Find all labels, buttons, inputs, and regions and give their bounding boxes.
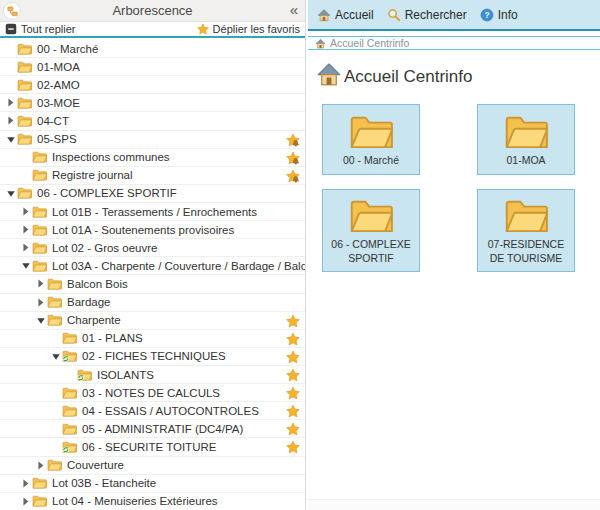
folder-tree: 00 - Marché 01-MOA 02-AMO 03-MOE 04-CT 0… xyxy=(0,40,305,510)
expand-node-icon[interactable] xyxy=(19,207,32,216)
expand-node-icon[interactable] xyxy=(34,279,47,288)
status-strip xyxy=(308,499,600,510)
folder-tile[interactable]: 00 - Marché xyxy=(322,104,420,175)
search-icon xyxy=(387,8,401,22)
folder-icon xyxy=(32,495,48,507)
collapse-node-icon[interactable] xyxy=(4,135,17,144)
expand-node-icon[interactable] xyxy=(19,479,32,488)
tree-row[interactable]: 02 - FICHES TECHNIQUES xyxy=(0,348,305,366)
folder-icon xyxy=(32,206,48,218)
home-button-label: Accueil xyxy=(335,8,374,22)
tree-row[interactable]: Couverture xyxy=(0,457,305,475)
tree-row-label: 04-CT xyxy=(37,115,69,127)
app-window: Arborescence « Tout replier Déplier les … xyxy=(0,0,600,510)
folder-icon xyxy=(62,405,78,417)
tree-row[interactable]: 06 - SECURITE TOITURE xyxy=(0,438,305,456)
favorite-star-icon[interactable] xyxy=(286,314,300,328)
search-button[interactable]: Rechercher xyxy=(387,8,467,22)
folder-sync-icon xyxy=(62,441,78,453)
tree-row[interactable]: 02-AMO xyxy=(0,76,305,94)
tree-toolbar: Tout replier Déplier les favoris xyxy=(0,22,305,38)
tree-row[interactable]: Bardage xyxy=(0,294,305,312)
expand-node-icon[interactable] xyxy=(4,98,17,107)
folder-icon xyxy=(32,224,48,236)
tree-row[interactable]: Lot 01A - Soutenements provisoires xyxy=(0,221,305,239)
tree-row[interactable]: Charpente xyxy=(0,312,305,330)
tree-row[interactable]: 01 - PLANS xyxy=(0,330,305,348)
home-button[interactable]: Accueil xyxy=(317,8,374,22)
folder-icon xyxy=(32,260,48,272)
tree-row[interactable]: Lot 03A - Charpente / Couverture / Barda… xyxy=(0,257,305,275)
favorite-star-icon[interactable] xyxy=(286,404,300,418)
tree-row[interactable]: 05-SPS xyxy=(0,131,305,149)
tree-row[interactable]: 03 - NOTES DE CALCULS xyxy=(0,384,305,402)
folder-tile-label: 00 - Marché xyxy=(343,154,399,168)
expand-favorites-button[interactable]: Déplier les favoris xyxy=(197,23,300,35)
content-panel: Accueil Rechercher ? Info Accueil Centri… xyxy=(308,0,600,510)
tree-row[interactable]: Balcon Bois xyxy=(0,275,305,293)
tree-panel-header: Arborescence « xyxy=(0,0,305,22)
collapse-node-icon[interactable] xyxy=(19,261,32,270)
tree-row-label: 03-MOE xyxy=(37,97,80,109)
tree-row[interactable]: Lot 03B - Etancheite xyxy=(0,475,305,493)
favorite-star-bell-icon[interactable] xyxy=(286,151,300,165)
expand-node-icon[interactable] xyxy=(19,243,32,252)
expand-node-icon[interactable] xyxy=(34,298,47,307)
favorite-star-icon[interactable] xyxy=(286,386,300,400)
folder-icon xyxy=(62,387,78,399)
expand-node-icon[interactable] xyxy=(4,116,17,125)
tree-row-label: Couverture xyxy=(67,459,124,471)
collapse-node-icon[interactable] xyxy=(4,189,17,198)
tree-row[interactable]: 04 - ESSAIS / AUTOCONTROLES xyxy=(0,402,305,420)
svg-text:?: ? xyxy=(484,9,489,19)
expand-node-icon[interactable] xyxy=(19,225,32,234)
tree-row-label: Lot 04 - Menuiseries Extérieures xyxy=(52,495,218,507)
tree-row[interactable]: Lot 01B - Terassements / Enrochements xyxy=(0,203,305,221)
tree-structure-button[interactable] xyxy=(3,2,21,20)
favorite-star-icon[interactable] xyxy=(286,332,300,346)
folder-icon xyxy=(349,198,393,234)
favorite-star-icon[interactable] xyxy=(286,440,300,454)
favorite-star-icon[interactable] xyxy=(286,368,300,382)
tree-row[interactable]: Registre journal xyxy=(0,167,305,185)
favorite-star-icon[interactable] xyxy=(286,350,300,364)
collapse-panel-button[interactable]: « xyxy=(290,1,298,18)
tree-row-label: Inspections communes xyxy=(52,151,170,163)
favorite-star-icon[interactable] xyxy=(286,422,300,436)
tree-row[interactable]: 04-CT xyxy=(0,112,305,130)
folder-icon xyxy=(504,114,548,150)
tree-row[interactable]: Inspections communes xyxy=(0,149,305,167)
folder-icon xyxy=(349,114,393,150)
tree-row-label: Lot 03A - Charpente / Couverture / Barda… xyxy=(52,260,305,272)
favorite-star-bell-icon[interactable] xyxy=(286,169,300,183)
tree-row[interactable]: ISOLANTS xyxy=(0,366,305,384)
tree-row[interactable]: Lot 02 - Gros oeuvre xyxy=(0,239,305,257)
tree-row[interactable]: 01-MOA xyxy=(0,58,305,76)
folder-icon xyxy=(47,459,63,471)
tree-row[interactable]: 03-MOE xyxy=(0,94,305,112)
tree-row-label: Charpente xyxy=(67,314,121,326)
main-toolbar: Accueil Rechercher ? Info xyxy=(308,0,600,31)
folder-tile[interactable]: 07-RESIDENCE DE TOURISME xyxy=(477,189,575,272)
folder-tile[interactable]: 06 - COMPLEXE SPORTIF xyxy=(322,189,420,272)
folder-icon xyxy=(47,278,63,290)
tree-row[interactable]: 05 - ADMINISTRATIF (DC4/PA) xyxy=(0,420,305,438)
folder-icon xyxy=(17,43,33,55)
info-icon: ? xyxy=(480,8,494,22)
tree-row[interactable]: 06 - COMPLEXE SPORTIF xyxy=(0,185,305,203)
tree-row[interactable]: 00 - Marché xyxy=(0,40,305,58)
expand-node-icon[interactable] xyxy=(34,461,47,470)
tree-row-label: 03 - NOTES DE CALCULS xyxy=(82,387,220,399)
info-button[interactable]: ? Info xyxy=(480,8,518,22)
collapse-node-icon[interactable] xyxy=(34,316,47,325)
collapse-node-icon[interactable] xyxy=(49,352,62,361)
tree-row-label: 02-AMO xyxy=(37,79,80,91)
favorite-star-bell-icon[interactable] xyxy=(286,133,300,147)
expand-node-icon[interactable] xyxy=(19,497,32,506)
folder-tile[interactable]: 01-MOA xyxy=(477,104,575,175)
tree-row[interactable]: Lot 04 - Menuiseries Extérieures xyxy=(0,493,305,510)
folder-icon xyxy=(17,79,33,91)
tree-row-label: 06 - COMPLEXE SPORTIF xyxy=(37,187,177,199)
breadcrumb[interactable]: Accueil Centrinfo xyxy=(308,36,600,50)
collapse-all-button[interactable]: Tout replier xyxy=(5,23,75,35)
